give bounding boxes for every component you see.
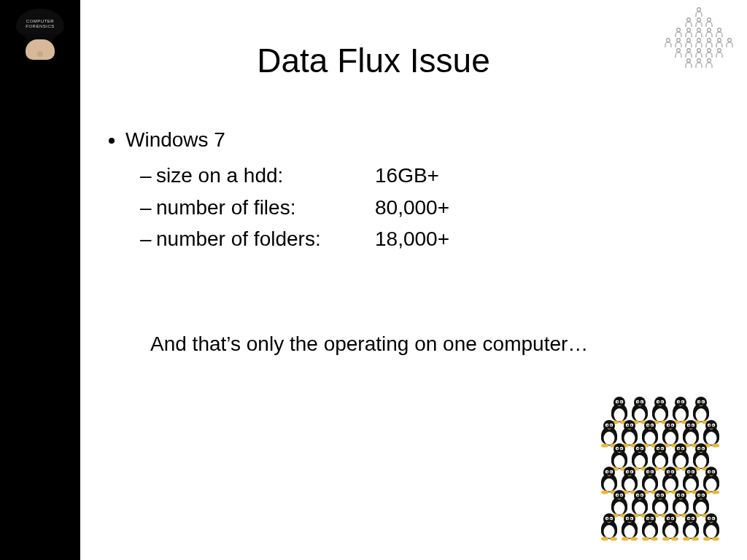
network-pyramid-icon [662,7,735,73]
stat-label: size on a hdd: [156,160,375,191]
slide-title: Data Flux Issue [0,41,747,80]
dash-icon: – [140,192,156,223]
dash-icon: – [140,223,156,254]
stat-label: number of files: [156,192,375,223]
dash-icon: – [140,160,156,191]
cap-text-line1: COMPUTER [26,19,54,23]
stat-value: 16GB+ [375,160,439,191]
slide: COMPUTER FORENSICS Data Flux Issue [0,0,747,560]
stat-value: 80,000+ [375,192,449,223]
subbullet-row: – number of files: 80,000+ [140,192,718,223]
subbullet-row: – size on a hdd: 16GB+ [140,160,718,191]
footnote: And that’s only the operating on one com… [150,328,718,359]
bullet-os: Windows 7 [125,124,718,155]
stat-value: 18,000+ [375,223,449,254]
penguin-crowd-icon [591,401,729,541]
stat-label: number of folders: [156,223,375,254]
cap-text-line2: FORENSICS [26,24,55,28]
subbullet-row: – number of folders: 18,000+ [140,223,718,254]
slide-body: Windows 7 – size on a hdd: 16GB+ – numbe… [109,124,718,359]
left-sidebar [0,0,80,560]
